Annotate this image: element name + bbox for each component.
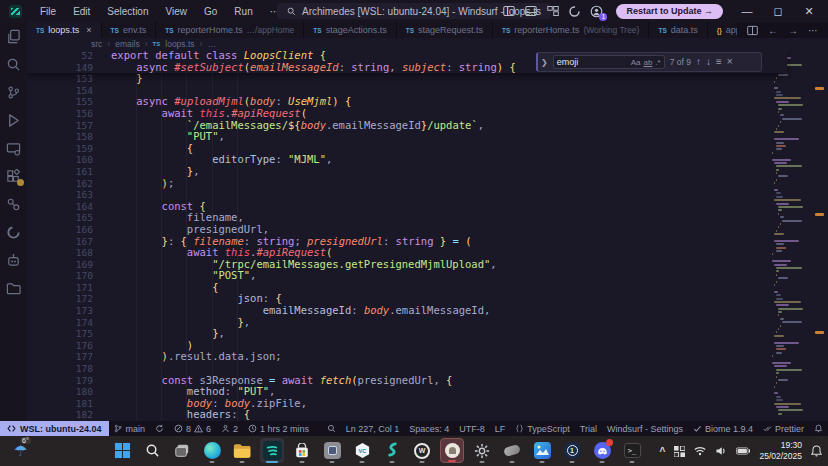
- status-utf-8[interactable]: UTF-8: [454, 421, 490, 436]
- status-double-check[interactable]: Prettier: [758, 421, 809, 436]
- taskbar-mouse-icon[interactable]: [500, 438, 524, 463]
- taskbar-store-icon[interactable]: [290, 438, 314, 463]
- tab-loops.ts[interactable]: TSloops.ts×: [27, 22, 102, 38]
- next-match-icon[interactable]: ↓: [706, 57, 711, 67]
- maximize-button[interactable]: ◻: [767, 5, 789, 18]
- ring-icon[interactable]: [568, 5, 581, 18]
- status-braces[interactable]: TypeScript: [510, 421, 575, 436]
- run-debug-icon[interactable]: [6, 113, 21, 128]
- taskbar-discord-icon[interactable]: [590, 438, 614, 463]
- taskbar-system-app-icon[interactable]: [320, 438, 344, 463]
- tab-reporterHome.ts[interactable]: TSreporterHome.ts(Working Tree): [493, 22, 649, 38]
- split-editor-icon[interactable]: [747, 25, 758, 36]
- tab-reporterHome.ts[interactable]: TSreporterHome.ts…/appHome: [156, 22, 304, 38]
- nav-back-icon[interactable]: ←: [768, 25, 778, 36]
- breadcrumb-item[interactable]: loops.ts: [165, 39, 194, 49]
- browser-ring-icon[interactable]: [6, 225, 21, 240]
- menu-go[interactable]: Go: [204, 6, 217, 17]
- taskbar-ring-app-icon[interactable]: W: [410, 438, 434, 463]
- menu-selection[interactable]: Selection: [107, 6, 148, 17]
- extensions-icon[interactable]: [6, 169, 21, 184]
- taskbar-start-icon[interactable]: [110, 438, 134, 463]
- status-ln-227-col-1[interactable]: Ln 227, Col 1: [341, 421, 405, 436]
- status-zoom[interactable]: [322, 421, 341, 436]
- menu-edit[interactable]: Edit: [73, 6, 90, 17]
- ports-icon[interactable]: [6, 197, 21, 212]
- status-history[interactable]: 1 hrs 2 mins: [243, 421, 314, 436]
- taskbar-windsurf-icon[interactable]: [260, 438, 284, 463]
- toggle-sidebar-icon[interactable]: [502, 5, 515, 18]
- restart-to-update-button[interactable]: Restart to Update →: [616, 4, 723, 19]
- status-person[interactable]: 2: [216, 421, 243, 436]
- toggle-panel-icon[interactable]: [524, 5, 537, 18]
- breadcrumb-item[interactable]: …: [207, 39, 216, 49]
- taskbar-settings-icon[interactable]: [470, 438, 494, 463]
- taskbar-shark-app-icon[interactable]: [380, 438, 404, 463]
- windsurf-app-icon[interactable]: [9, 5, 22, 18]
- tray-expand-icon[interactable]: ^: [660, 446, 666, 457]
- breadcrumb[interactable]: src›emails›TSloops.ts›…: [27, 38, 768, 50]
- menu-file[interactable]: File: [40, 6, 56, 17]
- taskbar-photos-icon[interactable]: [530, 438, 554, 463]
- nav-forward-icon[interactable]: →: [788, 25, 798, 36]
- tab-env.ts[interactable]: TSenv.ts: [102, 22, 157, 38]
- close-button[interactable]: ✕: [798, 5, 820, 18]
- taskbar-vc-app-icon[interactable]: VC: [350, 438, 374, 463]
- folder-icon[interactable]: [6, 281, 21, 296]
- close-find-icon[interactable]: ×: [727, 57, 733, 67]
- toggle-replace-icon[interactable]: ❯: [541, 58, 548, 67]
- menu-run[interactable]: Run: [234, 6, 252, 17]
- ai-robot-icon[interactable]: [6, 253, 21, 268]
- taskbar-edge-icon[interactable]: [200, 438, 224, 463]
- tray-grid-icon[interactable]: [674, 446, 685, 457]
- notification-bell-icon[interactable]: [811, 445, 822, 457]
- taskbar-onepassword-icon[interactable]: 1: [560, 438, 584, 463]
- taskbar-search-icon[interactable]: [140, 438, 164, 463]
- search-input[interactable]: emoji Aa ab .*: [553, 55, 665, 69]
- match-case-icon[interactable]: Aa: [631, 58, 641, 67]
- find-in-selection-icon[interactable]: ≡: [716, 57, 722, 67]
- code-line-162[interactable]: 162 );: [27, 178, 787, 190]
- taskbar-active-app-icon[interactable]: [440, 438, 464, 463]
- code-line-182[interactable]: 182 headers: {: [27, 409, 787, 421]
- taskbar-task-view-icon[interactable]: [170, 438, 194, 463]
- search-icon[interactable]: [6, 57, 21, 72]
- taskbar-explorer-icon[interactable]: [230, 438, 254, 463]
- scrollbar[interactable]: [810, 50, 828, 421]
- status-sync[interactable]: [150, 421, 169, 436]
- taskbar-terminal-icon[interactable]: >_: [620, 438, 644, 463]
- minimap[interactable]: [768, 50, 810, 421]
- battery-icon[interactable]: [736, 447, 750, 455]
- status-lf[interactable]: LF: [490, 421, 511, 436]
- status-error[interactable]: 86: [169, 421, 216, 436]
- remote-window-icon[interactable]: [6, 141, 21, 156]
- status-remote[interactable]: WSL: ubuntu-24.04: [0, 421, 109, 436]
- code-line-177[interactable]: 177 ).result.data.json;: [27, 351, 787, 363]
- status-bell[interactable]: [809, 421, 828, 436]
- status-branch[interactable]: main: [109, 421, 151, 436]
- breadcrumb-item[interactable]: emails: [115, 39, 140, 49]
- files-icon[interactable]: [6, 29, 21, 44]
- status-trial[interactable]: Trial: [575, 421, 602, 436]
- previous-match-icon[interactable]: ↑: [696, 57, 701, 67]
- menu-view[interactable]: View: [166, 6, 188, 17]
- status-windsurf-settings[interactable]: Windsurf - Settings: [602, 421, 688, 436]
- code-line-153[interactable]: 153 }: [27, 73, 787, 85]
- tab-stageRequest.ts[interactable]: TSstageRequest.ts: [397, 22, 493, 38]
- status-spaces-4[interactable]: Spaces: 4: [404, 421, 454, 436]
- close-tab-icon[interactable]: ×: [86, 25, 91, 35]
- account-icon[interactable]: 1: [590, 5, 603, 18]
- source-control-icon[interactable]: [6, 85, 21, 100]
- volume-icon[interactable]: [715, 446, 727, 456]
- status-check[interactable]: Biome 1.9.4: [688, 421, 758, 436]
- tray-clock[interactable]: 19:30 25/02/2025: [759, 440, 802, 461]
- tab-app-manifest.json[interactable]: {}app-manifest.json: [708, 22, 737, 38]
- wifi-icon[interactable]: [694, 446, 706, 456]
- regex-icon[interactable]: .*: [655, 58, 660, 67]
- breadcrumb-item[interactable]: src: [91, 39, 102, 49]
- more-actions-icon[interactable]: ⋯: [808, 25, 818, 36]
- weather-widget[interactable]: ☂ 6°: [8, 439, 42, 463]
- minimize-button[interactable]: —: [736, 5, 758, 17]
- tab-stageActions.ts[interactable]: TSstageActions.ts: [304, 22, 396, 38]
- code-editor[interactable]: 153 }154155 async #uploadMjml(body: UseM…: [27, 50, 828, 421]
